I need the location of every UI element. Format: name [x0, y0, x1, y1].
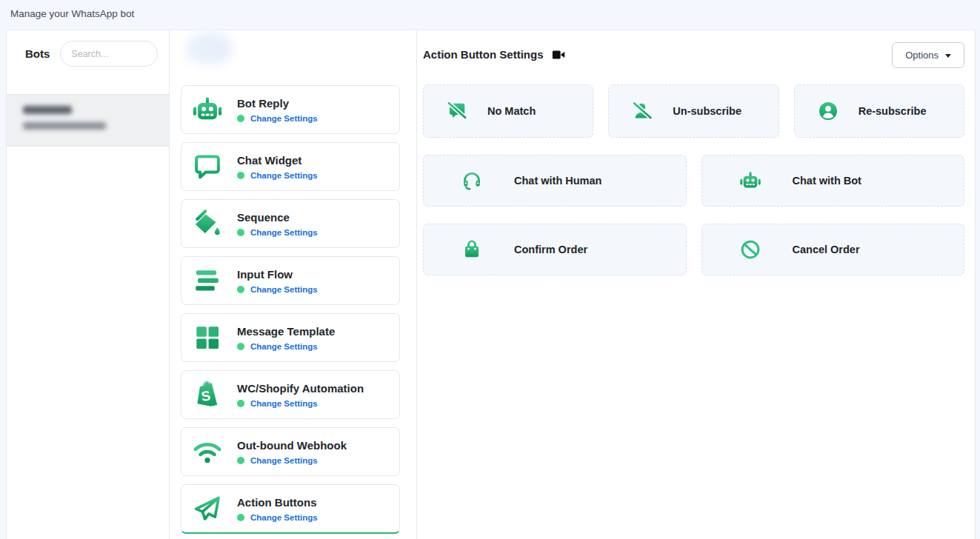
- card-text: Message Template Change Settings: [237, 325, 335, 351]
- bot-list-item-selected[interactable]: [7, 94, 169, 147]
- page-title: Manage your WhatsApp bot: [0, 0, 980, 30]
- person-circle-icon: [817, 100, 839, 122]
- action-row-1: No Match Un-subscribe Re-subscribe: [423, 84, 964, 138]
- bot-icon: [192, 94, 223, 125]
- bars-icon: [192, 265, 223, 296]
- bot-phone-redacted: [23, 122, 106, 130]
- status-dot: [237, 229, 244, 236]
- change-settings-link[interactable]: Change Settings: [250, 456, 318, 465]
- chevron-down-icon: [945, 54, 951, 58]
- card-text: WC/Shopify Automation Change Settings: [237, 382, 364, 408]
- video-camera-icon[interactable]: [552, 49, 566, 61]
- change-settings-link[interactable]: Change Settings: [250, 171, 318, 180]
- shopify-icon: S: [192, 379, 223, 410]
- action-row-2: Chat with Human Chat with Bot: [423, 155, 964, 207]
- settings-card-outbound-webhook[interactable]: Out-bound Webhook Change Settings: [181, 427, 400, 476]
- change-settings-link[interactable]: Change Settings: [250, 342, 318, 351]
- settings-card-message-template[interactable]: Message Template Change Settings: [181, 313, 400, 362]
- action-label: Re-subscribe: [859, 105, 927, 117]
- ban-icon: [739, 238, 761, 261]
- options-button[interactable]: Options: [892, 42, 964, 68]
- action-label: Chat with Bot: [793, 175, 861, 187]
- settings-card-bot-reply[interactable]: Bot Reply Change Settings: [181, 85, 400, 134]
- settings-card-action-buttons[interactable]: Action Buttons Change Settings: [181, 484, 400, 534]
- blurred-avatar: [186, 32, 233, 64]
- action-button-confirm-order[interactable]: Confirm Order: [423, 224, 687, 275]
- card-text: Bot Reply Change Settings: [237, 97, 318, 123]
- settings-card-input-flow[interactable]: Input Flow Change Settings: [181, 256, 400, 305]
- setting-title: Input Flow: [237, 268, 318, 281]
- headset-icon: [461, 170, 483, 192]
- shopping-bag-icon: [461, 238, 483, 261]
- change-settings-link[interactable]: Change Settings: [250, 228, 318, 237]
- card-text: Action Buttons Change Settings: [237, 496, 318, 522]
- card-text: Out-bound Webhook Change Settings: [237, 439, 347, 465]
- status-dot: [237, 400, 244, 407]
- setting-title: WC/Shopify Automation: [237, 382, 364, 395]
- status-dot: [237, 172, 244, 179]
- action-label: Cancel Order: [793, 244, 860, 255]
- setting-title: Message Template: [237, 325, 335, 338]
- bot-name-redacted: [23, 106, 72, 114]
- change-settings-link[interactable]: Change Settings: [250, 114, 318, 123]
- action-label: Confirm Order: [514, 244, 587, 255]
- setting-title: Sequence: [237, 211, 318, 224]
- setting-title: Out-bound Webhook: [237, 439, 347, 452]
- chat-slash-icon: [446, 100, 468, 122]
- change-settings-link[interactable]: Change Settings: [250, 513, 318, 522]
- settings-card-shopify-automation[interactable]: S WC/Shopify Automation Change Settings: [181, 370, 400, 419]
- panel-header: Action Button Settings Options: [423, 42, 964, 68]
- wifi-icon: [192, 436, 223, 467]
- change-settings-link[interactable]: Change Settings: [250, 285, 318, 294]
- card-text: Chat Widget Change Settings: [237, 154, 318, 180]
- action-label: Chat with Human: [514, 175, 601, 187]
- paper-plane-icon: [192, 493, 223, 524]
- action-label: Un-subscribe: [673, 105, 741, 117]
- action-button-resubscribe[interactable]: Re-subscribe: [794, 84, 964, 138]
- action-label: No Match: [487, 105, 536, 117]
- person-slash-icon: [631, 100, 653, 122]
- panel-title: Action Button Settings: [423, 48, 543, 61]
- card-text: Input Flow Change Settings: [237, 268, 318, 294]
- action-button-cancel-order[interactable]: Cancel Order: [701, 224, 965, 275]
- grid-icon: [192, 322, 223, 353]
- action-button-no-match[interactable]: No Match: [423, 84, 593, 138]
- settings-cards-list: Bot Reply Change Settings Chat Widget Ch…: [170, 30, 416, 534]
- sidebar-header: Bots: [7, 30, 169, 77]
- setting-title: Chat Widget: [237, 154, 318, 167]
- chat-bubble-icon: [192, 151, 223, 182]
- action-button-unsubscribe[interactable]: Un-subscribe: [608, 84, 779, 138]
- bot-search-input[interactable]: [60, 41, 158, 67]
- card-text: Sequence Change Settings: [237, 211, 318, 237]
- app-card: Bots Bot Reply Change Settings: [6, 30, 976, 539]
- status-dot: [237, 514, 244, 521]
- status-dot: [237, 457, 244, 464]
- status-dot: [237, 343, 244, 350]
- setting-title: Action Buttons: [237, 496, 318, 509]
- action-button-chat-with-bot[interactable]: Chat with Bot: [701, 155, 965, 207]
- action-row-3: Confirm Order Cancel Order: [423, 224, 964, 275]
- setting-title: Bot Reply: [237, 97, 318, 110]
- bots-sidebar: Bots: [7, 30, 170, 539]
- settings-card-chat-widget[interactable]: Chat Widget Change Settings: [181, 142, 400, 191]
- action-button-settings-panel: Action Button Settings Options No Match: [417, 30, 975, 539]
- paint-bucket-icon: [192, 208, 223, 239]
- bots-title: Bots: [25, 47, 50, 60]
- status-dot: [237, 286, 244, 293]
- options-label: Options: [905, 50, 939, 61]
- settings-column: Bot Reply Change Settings Chat Widget Ch…: [170, 30, 417, 539]
- action-button-chat-with-human[interactable]: Chat with Human: [423, 155, 687, 207]
- bot-icon: [739, 170, 761, 192]
- status-dot: [237, 115, 244, 122]
- settings-card-sequence[interactable]: Sequence Change Settings: [181, 199, 400, 248]
- change-settings-link[interactable]: Change Settings: [250, 399, 318, 408]
